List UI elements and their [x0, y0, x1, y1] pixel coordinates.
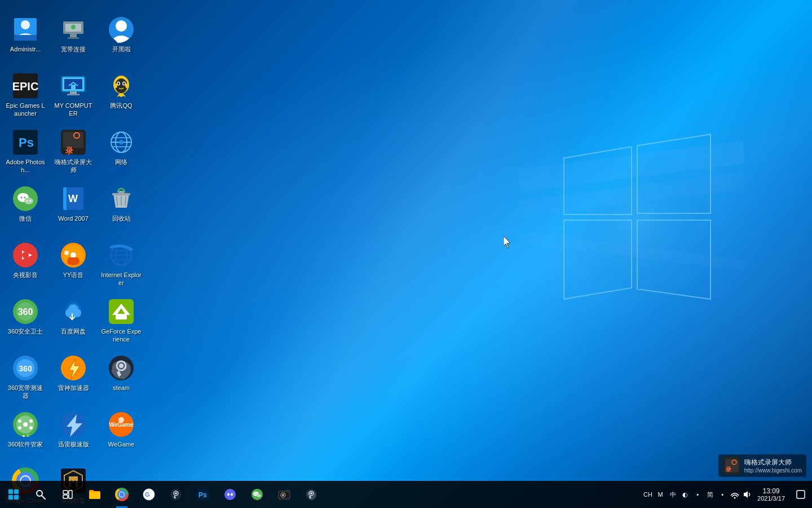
icon-kaiheila-label: 开黑啦 [112, 45, 131, 53]
icon-baiduyun-label: 百度网盘 [61, 327, 86, 335]
start-button[interactable] [0, 481, 27, 508]
icon-360software[interactable]: ▲ 1 360软件管家 [3, 406, 48, 463]
ps-taskbar-icon: Ps [196, 488, 210, 501]
icon-yangshipin-label: 央视影音 [13, 271, 38, 279]
taskbar-app-explorer[interactable] [81, 481, 108, 508]
svg-rect-116 [69, 491, 72, 498]
icon-xunlei[interactable]: 迅雷极速版 [51, 406, 96, 463]
icon-geforce[interactable]: GeForce Experience [99, 294, 144, 350]
icon-word2007[interactable]: W Word 2007 [51, 181, 96, 237]
svg-rect-23 [67, 94, 80, 95]
tray-zhong[interactable]: 中 [667, 489, 678, 500]
icon-360safe[interactable]: 360 360安全卫士 [3, 294, 48, 350]
svg-point-95 [118, 417, 124, 423]
svg-point-139 [259, 495, 261, 496]
svg-point-135 [257, 494, 261, 497]
svg-point-147 [734, 497, 736, 499]
svg-line-6 [519, 181, 744, 209]
icon-recycle-label: 回收站 [112, 214, 131, 222]
icon-broadband[interactable]: 宽带连接 [51, 11, 96, 68]
svg-point-30 [118, 82, 120, 85]
icon-yangshipin[interactable]: 央视影音 [3, 237, 48, 294]
taskbar-app-wechat[interactable] [244, 481, 271, 508]
icon-qq[interactable]: 腾讯QQ [99, 68, 144, 124]
notification-icon [796, 490, 805, 499]
svg-point-51 [27, 200, 28, 202]
discord-taskbar-icon [223, 488, 237, 501]
icon-administrator[interactable]: Administr... [3, 11, 48, 68]
windows-start-icon [8, 489, 19, 500]
taskbar-app-steam[interactable] [162, 481, 189, 508]
icon-network[interactable]: 网络 [99, 124, 144, 181]
tray-volume-icon[interactable] [742, 489, 753, 500]
icon-administrator-label: Administr... [10, 45, 41, 53]
svg-rect-56 [112, 193, 130, 195]
svg-point-50 [24, 197, 26, 199]
icon-broadband-label: 宽带连接 [61, 45, 86, 53]
svg-rect-109 [14, 489, 19, 494]
taskbar-app-google[interactable]: G [135, 481, 162, 508]
tray-dot1[interactable]: ◐ [679, 489, 691, 500]
taskbar-app-camera[interactable] [271, 481, 298, 508]
tray-ch[interactable]: CH [642, 489, 654, 500]
svg-point-32 [114, 84, 117, 88]
svg-marker-107 [504, 236, 510, 248]
icon-thunder[interactable]: 雷神加速器 [51, 350, 96, 406]
steam-taskbar-icon [169, 488, 183, 501]
system-tray: CH M 中 ◐ • 简 • [642, 489, 753, 500]
svg-point-127 [175, 492, 177, 494]
svg-text:360: 360 [19, 364, 32, 373]
svg-line-5 [519, 152, 744, 181]
windows-logo [519, 68, 744, 406]
icon-baiduyun[interactable]: 百度网盘 [51, 294, 96, 350]
search-button[interactable] [27, 481, 54, 508]
svg-point-136 [255, 493, 256, 494]
svg-point-131 [227, 493, 230, 496]
svg-point-138 [258, 495, 259, 496]
svg-point-33 [125, 84, 129, 88]
wechat-taskbar-icon [250, 488, 264, 501]
icon-ie[interactable]: Internet Explorer [99, 237, 144, 294]
icon-mycomputer[interactable]: MY COMPUTER [51, 68, 96, 124]
svg-point-17 [116, 20, 127, 32]
svg-point-52 [30, 200, 32, 202]
icon-360software-label: 360软件管家 [8, 440, 43, 448]
icon-screenrecorder[interactable]: 录 嗨格式录屏大师 [51, 124, 96, 181]
taskbar-app-ps[interactable]: Ps [189, 481, 217, 508]
folder-icon [88, 488, 102, 501]
icon-mycomputer-label: MY COMPUTER [53, 102, 94, 118]
svg-rect-76 [116, 314, 127, 319]
tray-network-icon[interactable] [729, 489, 740, 500]
tray-bullet[interactable]: • [692, 489, 703, 500]
chrome-taskbar-icon [115, 488, 129, 501]
icon-steam[interactable]: steam [99, 350, 144, 406]
icon-recycle[interactable]: 回收站 [99, 181, 144, 237]
tray-jian[interactable]: 简 [704, 489, 716, 500]
notification-button[interactable] [789, 481, 812, 508]
desktop: Administr... 宽带连接 [0, 0, 812, 508]
task-view-button[interactable] [54, 481, 81, 508]
icon-epic[interactable]: EPIC Epic Games Launcher [3, 68, 48, 124]
tray-m[interactable]: M [655, 489, 666, 500]
svg-point-60 [22, 252, 29, 259]
svg-point-45 [119, 140, 123, 144]
svg-point-83 [119, 364, 123, 368]
icon-360browser[interactable]: 360 360宽带测速器 [3, 350, 48, 406]
taskbar-clock[interactable]: 13:09 2021/3/17 [753, 487, 789, 502]
svg-point-88 [29, 419, 33, 423]
icon-photoshop-label: Adobe Photosh... [5, 158, 46, 174]
svg-text:G: G [145, 491, 150, 498]
tray-dot2[interactable]: • [717, 489, 728, 500]
icon-yy[interactable]: YY语音 [51, 237, 96, 294]
icon-epic-label: Epic Games Launcher [5, 102, 46, 118]
icon-photoshop[interactable]: Ps Adobe Photosh... [3, 124, 48, 181]
icon-wegame[interactable]: WeGame WeGame [99, 406, 144, 463]
taskbar-app-steam2[interactable] [298, 481, 325, 508]
icon-wechat[interactable]: 微信 [3, 181, 48, 237]
icon-screenrecorder-label: 嗨格式录屏大师 [53, 158, 94, 174]
camera-taskbar-icon [277, 488, 291, 501]
taskbar-app-discord[interactable] [217, 481, 244, 508]
svg-rect-111 [14, 495, 19, 500]
taskbar-app-chrome[interactable] [108, 481, 135, 508]
icon-kaiheila[interactable]: 开黑啦 [99, 11, 144, 68]
